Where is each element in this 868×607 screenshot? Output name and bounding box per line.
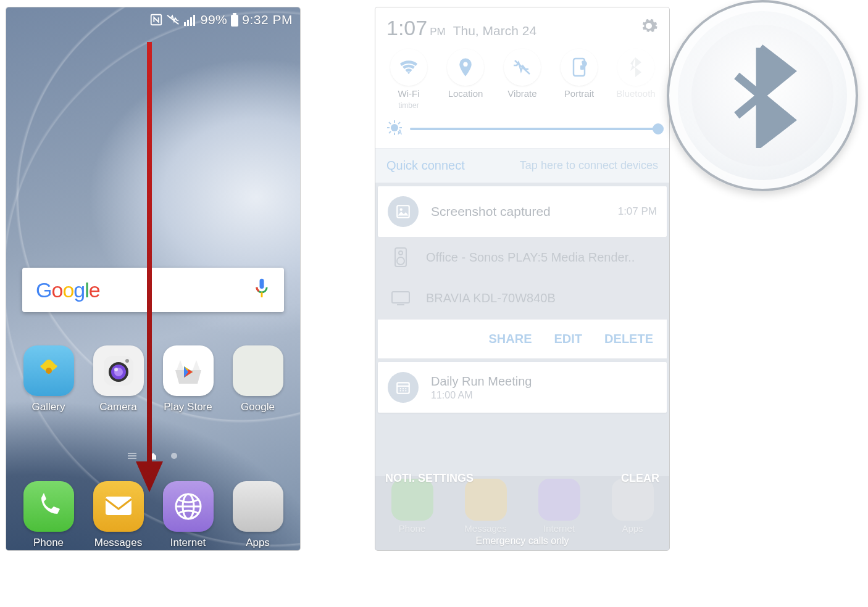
notification-title: Screenshot captured	[431, 204, 606, 219]
app-label: Google	[241, 401, 275, 413]
dock-label: Messages	[464, 523, 506, 534]
nfc-icon	[149, 13, 163, 27]
battery-icon	[230, 13, 239, 27]
svg-line-25	[515, 60, 530, 74]
app-camera[interactable]: Camera	[86, 345, 151, 413]
svg-line-33	[389, 122, 391, 124]
signal-icon	[184, 14, 198, 26]
emergency-text: Emergency calls only	[375, 535, 669, 547]
share-button[interactable]: SHARE	[489, 332, 532, 346]
google-logo: Google	[36, 278, 100, 302]
svg-rect-19	[128, 458, 136, 459]
app-label: Gallery	[32, 401, 65, 413]
phone-notification-shade: Phone Messages Internet Apps Emergency c…	[375, 7, 669, 550]
clear-button[interactable]: CLEAR	[621, 472, 659, 485]
page-dot-menu	[128, 452, 136, 460]
notification-screenshot[interactable]: Screenshot captured 1:07 PM	[378, 186, 667, 237]
app-label: Camera	[99, 401, 136, 413]
quick-settings-row: Wi-Fi timber Location Vibrate Portrait	[375, 44, 669, 114]
page-indicator	[6, 452, 300, 460]
shade-date: Thu, March 24	[453, 23, 536, 38]
apps-icon	[233, 481, 283, 532]
qs-label: Wi-Fi	[398, 88, 420, 99]
qs-portrait[interactable]: Portrait	[552, 49, 606, 110]
brightness-thumb[interactable]	[653, 123, 664, 134]
svg-point-52	[405, 390, 406, 391]
qs-bluetooth[interactable]: Bluetooth	[609, 49, 663, 110]
svg-rect-4	[190, 17, 192, 26]
bluetooth-icon	[725, 43, 799, 148]
svg-rect-5	[193, 15, 195, 26]
app-messages[interactable]: Messages	[86, 481, 151, 549]
app-label: Phone	[33, 537, 64, 549]
dock-label: Phone	[399, 523, 425, 534]
camera-icon	[93, 345, 144, 396]
brightness-slider[interactable]: A	[375, 114, 669, 148]
edit-button[interactable]: EDIT	[554, 332, 583, 346]
qs-label: Vibrate	[507, 88, 536, 99]
svg-line-36	[389, 131, 391, 133]
notification-row: Daily Run Meeting 11:00 AM	[378, 362, 667, 413]
battery-pct: 99%	[201, 12, 228, 27]
svg-rect-8	[260, 279, 264, 289]
app-apps[interactable]: Apps	[226, 481, 290, 549]
status-time: 9:32 PM	[242, 12, 293, 27]
device-row[interactable]: BRAVIA KDL-70W840B	[378, 278, 667, 318]
gallery-icon	[23, 345, 74, 396]
vibrate-icon	[504, 49, 541, 86]
svg-rect-6	[231, 15, 238, 27]
speaker-icon	[388, 244, 414, 270]
svg-rect-2	[184, 22, 186, 26]
quick-connect-hint: Tap here to connect devices	[520, 159, 658, 172]
svg-point-10	[46, 368, 52, 374]
delete-button[interactable]: DELETE	[604, 332, 653, 346]
svg-rect-3	[187, 20, 189, 26]
notification-meeting[interactable]: Daily Run Meeting 11:00 AM	[378, 362, 667, 413]
page-dot	[170, 452, 178, 460]
messages-icon	[93, 481, 144, 532]
device-name: BRAVIA KDL-70W840B	[426, 291, 657, 305]
portrait-icon	[561, 49, 598, 86]
qs-vibrate[interactable]: Vibrate	[495, 49, 549, 110]
internet-icon	[163, 481, 214, 532]
device-row[interactable]: Office - Sonos PLAY:5 Media Render..	[378, 237, 667, 278]
google-search-widget[interactable]: Google	[22, 268, 284, 312]
svg-rect-18	[128, 455, 136, 456]
phone-icon	[23, 481, 74, 532]
svg-point-48	[403, 388, 404, 389]
page-dot-home	[149, 452, 157, 460]
shade-header: 1:07 PM Thu, March 24	[375, 7, 669, 44]
status-bar: 99% 9:32 PM	[6, 7, 300, 32]
svg-rect-7	[233, 13, 236, 15]
svg-point-51	[403, 390, 404, 391]
svg-point-47	[400, 388, 401, 389]
svg-point-15	[114, 368, 118, 371]
app-playstore[interactable]: Play Store	[156, 345, 220, 413]
app-phone[interactable]: Phone	[17, 481, 81, 549]
quick-settings-panel: 1:07 PM Thu, March 24 Wi-Fi timber Locat…	[375, 7, 669, 148]
notification-actions: SHARE EDIT DELETE	[378, 320, 667, 358]
settings-gear-icon[interactable]	[640, 17, 658, 38]
bluetooth-toggle-zoom[interactable]	[691, 25, 833, 167]
voice-search-icon[interactable]	[253, 277, 270, 303]
shade-ampm: PM	[430, 26, 446, 38]
qs-location[interactable]: Location	[438, 49, 493, 110]
wifi-icon	[390, 49, 427, 86]
svg-rect-17	[128, 453, 136, 454]
notification-title: Daily Run Meeting	[431, 374, 657, 389]
dock-row: Phone Messages Internet Apps	[6, 481, 300, 549]
app-google-folder[interactable]: Google	[226, 345, 290, 413]
quick-connect-bar[interactable]: Quick connect Tap here to connect device…	[375, 148, 669, 183]
qs-label: Portrait	[564, 88, 594, 99]
noti-settings-button[interactable]: NOTI. SETTINGS	[385, 472, 474, 485]
shade-time: 1:07	[386, 16, 427, 40]
app-internet[interactable]: Internet	[156, 481, 220, 549]
brightness-track[interactable]	[410, 128, 658, 130]
qs-wifi[interactable]: Wi-Fi timber	[382, 49, 436, 110]
qs-label: Bluetooth	[616, 88, 655, 99]
bluetooth-icon	[617, 49, 654, 86]
app-gallery[interactable]: Gallery	[17, 345, 81, 413]
svg-point-42	[397, 257, 404, 265]
brightness-auto-icon: A	[386, 120, 403, 138]
qs-sublabel: timber	[398, 101, 419, 110]
